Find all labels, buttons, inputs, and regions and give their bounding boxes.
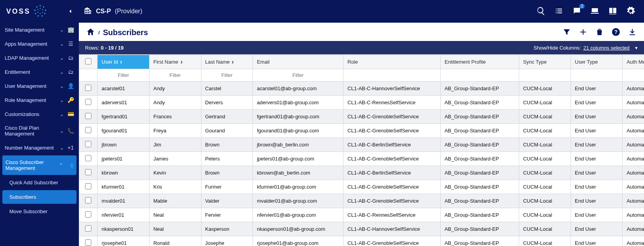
cell-first-name: James — [149, 152, 201, 166]
col-email[interactable]: Email — [253, 55, 343, 69]
table-row[interactable]: fgertrand01FrancesGertrandfgertrand01@ab… — [79, 110, 644, 124]
chevron-down-icon[interactable]: ▾ — [635, 45, 638, 51]
cell-role: CL1-AB-C-GrenobleSelfService — [343, 152, 441, 166]
sidebar-collapse-button[interactable] — [62, 8, 78, 15]
hierarchy-context[interactable]: CS-P (Provider) — [78, 6, 142, 16]
sidebar-subitem-move-subscriber[interactable]: Move Subscriber — [0, 205, 79, 218]
row-checkbox[interactable] — [85, 225, 91, 232]
cell-sync-type: CUCM-Local — [519, 110, 571, 124]
breadcrumb-row: / Subscribers ? — [79, 23, 644, 41]
delete-icon[interactable] — [595, 27, 604, 38]
sidebar-item-site-management[interactable]: Site Management⌄🏢 — [0, 23, 79, 37]
cell-last-name: Josephe — [201, 236, 253, 246]
cell-user-type: End User — [571, 194, 623, 208]
gear-icon[interactable] — [626, 6, 635, 17]
table-row[interactable]: adervers01AndyDerversadervers01@ab-group… — [79, 96, 644, 110]
sidebar-item-ldap-management[interactable]: LDAP Management⌄🗂 — [0, 51, 79, 65]
row-checkbox[interactable] — [85, 197, 91, 203]
sidebar-item-customizations[interactable]: Customizations⌄💳 — [0, 107, 79, 121]
cell-sync-type: CUCM-Local — [519, 180, 571, 194]
table-row[interactable]: kfurmer01KrisFurmerkfurmer01@ab-group.co… — [79, 180, 644, 194]
select-all-checkbox[interactable] — [85, 58, 91, 64]
list-icon[interactable] — [554, 6, 564, 17]
svg-text:?: ? — [614, 29, 618, 35]
filter-user-id[interactable] — [100, 71, 147, 80]
cell-user-id: nkasperson01 — [98, 222, 149, 236]
cell-first-name: Andy — [149, 96, 201, 110]
add-icon[interactable] — [578, 27, 588, 38]
table-row[interactable]: mvalder01MableValdermvalder01@ab-group.c… — [79, 194, 644, 208]
cell-email: fgertrand01@ab-group.com — [253, 110, 343, 124]
filter-first-name[interactable] — [152, 71, 199, 80]
col-sync-type[interactable]: Sync Type — [519, 55, 571, 69]
cell-user-id: fgourand01 — [98, 124, 149, 138]
col-auth-method[interactable]: Auth Method — [623, 55, 644, 69]
sidebar-subitem-subscribers[interactable]: Subscribers — [2, 190, 76, 204]
home-icon[interactable] — [86, 27, 95, 38]
cell-user-type: End User — [571, 124, 623, 138]
row-checkbox[interactable] — [85, 85, 91, 91]
col-user-type[interactable]: User Type — [571, 55, 623, 69]
row-checkbox[interactable] — [85, 239, 91, 246]
table-row[interactable]: rjosephe01RonaldJosepherjosephe01@ab-gro… — [79, 236, 644, 246]
table-row[interactable]: nfervier01NealFerviernfervier01@ab-group… — [79, 208, 644, 222]
cell-sync-type: CUCM-Local — [519, 166, 571, 180]
col-first-name[interactable]: First Name⬍ — [149, 55, 201, 69]
row-checkbox[interactable] — [85, 113, 91, 119]
filter-icon[interactable] — [562, 27, 571, 38]
sidebar-item-entitlement[interactable]: Entitlement⌄🗂 — [0, 65, 79, 79]
svg-point-14 — [37, 9, 39, 10]
table-info-strip: Rows: 0 - 19 / 19 Show/Hide Columns: 21 … — [79, 41, 644, 54]
col-entitlement[interactable]: Entitlement Profile — [440, 55, 519, 69]
row-checkbox[interactable] — [85, 183, 91, 189]
cell-first-name: Freya — [149, 124, 201, 138]
row-checkbox[interactable] — [85, 155, 91, 161]
sidebar-item-cisco-dial-plan-management[interactable]: Cisco Dial Plan Management⌄📞 — [0, 121, 79, 141]
cell-role: CL1-AB-C-BerlinSelfService — [343, 138, 441, 152]
row-checkbox[interactable] — [85, 99, 91, 105]
svg-point-8 — [36, 6, 37, 7]
col-role[interactable]: Role — [343, 55, 441, 69]
table-scroll[interactable]: User Id⬍ First Name⬍ Last Name⬍ Email Ro… — [79, 54, 644, 246]
cell-first-name: Frances — [149, 110, 201, 124]
sidebar-item-role-management[interactable]: Role Management⌄🔑 — [0, 93, 79, 107]
sidebar-item-number-management[interactable]: Number Management⌄+1 — [0, 141, 79, 155]
filter-last-name[interactable] — [204, 71, 251, 80]
row-checkbox[interactable] — [85, 169, 91, 175]
cell-auth-method: Automatic — [623, 124, 644, 138]
filter-email[interactable] — [255, 71, 341, 80]
search-icon[interactable] — [536, 6, 546, 17]
help-icon[interactable]: ? — [611, 27, 621, 38]
cell-last-name: Valder — [201, 194, 253, 208]
cell-entitlement: AB_Group-Standard-EP — [440, 110, 519, 124]
table-row[interactable]: fgourand01FreyaGourandfgourand01@ab-grou… — [79, 124, 644, 138]
table-row[interactable]: jbrownJimBrownjbrown@ab_berlin.comCL1-AB… — [79, 138, 644, 152]
cell-user-id: jpeters01 — [98, 152, 149, 166]
sidebar-item-cisco-subscriber-management[interactable]: Cisco Subscriber Management ⌃ 👥 — [2, 155, 76, 175]
cell-user-type: End User — [571, 222, 623, 236]
chevron-down-icon: ⌄ — [60, 27, 64, 33]
cell-first-name: Andy — [149, 82, 201, 96]
cell-email: acarstel01@ab-group.com — [253, 82, 343, 96]
table-row[interactable]: nkasperson01NealKaspersonnkasperson01@ab… — [79, 222, 644, 236]
table-row[interactable]: kbrownKevinBrownkbrown@ab_berlin.comCL1-… — [79, 166, 644, 180]
cell-last-name: Gertrand — [201, 110, 253, 124]
col-user-id[interactable]: User Id⬍ — [98, 55, 149, 69]
sidebar-subitem-quick-add-subscriber[interactable]: Quick Add Subscriber — [0, 176, 79, 189]
table-row[interactable]: acarstel01AndyCarstelacarstel01@ab-group… — [79, 82, 644, 96]
sidebar-item-user-management[interactable]: User Management⌄👤 — [0, 79, 79, 93]
column-picker-value[interactable]: 21 columns selected — [583, 45, 630, 51]
book-icon[interactable] — [608, 6, 617, 17]
table-row[interactable]: jpeters01JamesPetersjpeters01@ab-group.c… — [79, 152, 644, 166]
chat-icon[interactable]: 2 — [572, 6, 582, 17]
row-checkbox[interactable] — [85, 141, 91, 147]
cell-last-name: Gourand — [201, 124, 253, 138]
sidebar-item-apps-management[interactable]: Apps Management⌄☰ — [0, 37, 79, 51]
row-checkbox[interactable] — [85, 211, 91, 217]
col-last-name[interactable]: Last Name⬍ — [201, 55, 253, 69]
download-icon[interactable] — [628, 27, 637, 38]
row-checkbox[interactable] — [85, 127, 91, 133]
topbar-actions: 2 — [536, 6, 644, 17]
cell-sync-type: CUCM-Local — [519, 124, 571, 138]
laptop-icon[interactable] — [590, 6, 600, 17]
